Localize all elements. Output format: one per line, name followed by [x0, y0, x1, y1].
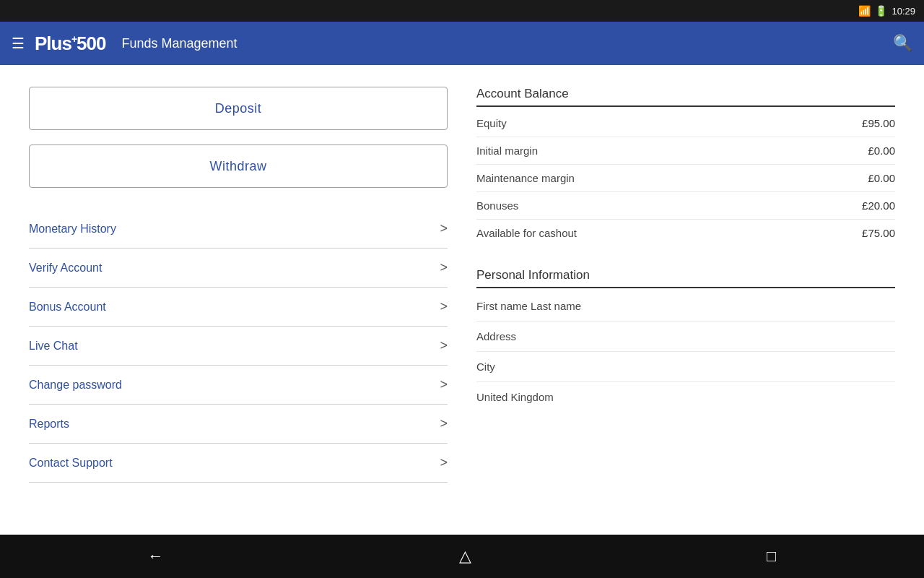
chevron-right-icon: > — [440, 416, 448, 431]
personal-rows: First name Last nameAddressCityUnited Ki… — [476, 291, 895, 412]
status-icons: 📶 🔋 10:29 — [858, 5, 915, 17]
balance-value: £75.00 — [862, 227, 895, 239]
menu-item[interactable]: Live Chat > — [29, 327, 448, 366]
personal-row: Address — [476, 322, 895, 352]
status-bar: 📶 🔋 10:29 — [0, 0, 924, 22]
logo-text: Plus+500 — [35, 33, 106, 55]
menu-item[interactable]: Verify Account > — [29, 249, 448, 288]
balance-row: Initial margin £0.00 — [476, 137, 895, 165]
personal-row: City — [476, 352, 895, 382]
balance-label: Initial margin — [476, 144, 538, 157]
balance-row: Available for cashout £75.00 — [476, 220, 895, 246]
menu-item[interactable]: Reports > — [29, 405, 448, 444]
logo: Plus+500 — [35, 33, 106, 55]
personal-info-title: Personal Information — [476, 268, 895, 288]
personal-row: United Kingdom — [476, 382, 895, 412]
menu-item-label: Verify Account — [29, 262, 102, 275]
balance-label: Bonuses — [476, 199, 518, 212]
menu-item-label: Reports — [29, 418, 69, 431]
page-title: Funds Management — [122, 36, 237, 51]
balance-label: Maintenance margin — [476, 172, 575, 184]
balance-row: Bonuses £20.00 — [476, 192, 895, 220]
chevron-right-icon: > — [440, 221, 448, 236]
back-icon[interactable]: ← — [148, 547, 164, 566]
bottom-bar: ← △ □ — [0, 535, 924, 578]
hamburger-icon[interactable]: ☰ — [12, 35, 25, 52]
balance-row: Maintenance margin £0.00 — [476, 165, 895, 192]
chevron-right-icon: > — [440, 455, 448, 470]
menu-item-label: Bonus Account — [29, 301, 106, 314]
menu-item-label: Monetary History — [29, 223, 116, 236]
chevron-right-icon: > — [440, 377, 448, 392]
personal-row: First name Last name — [476, 291, 895, 322]
balance-rows: Equity £95.00 Initial margin £0.00 Maint… — [476, 110, 895, 246]
account-balance-section: Account Balance Equity £95.00 Initial ma… — [476, 87, 895, 246]
chevron-right-icon: > — [440, 299, 448, 314]
wifi-icon: 📶 — [858, 5, 871, 17]
balance-value: £95.00 — [862, 117, 895, 129]
search-icon[interactable]: 🔍 — [893, 34, 912, 53]
recents-icon[interactable]: □ — [767, 547, 776, 566]
status-time: 10:29 — [892, 6, 915, 17]
left-panel: Deposit Withdraw Monetary History > Veri… — [29, 87, 448, 513]
navbar: ☰ Plus+500 Funds Management 🔍 — [0, 22, 924, 65]
balance-value: £0.00 — [868, 172, 895, 184]
deposit-button[interactable]: Deposit — [29, 87, 448, 130]
balance-label: Equity — [476, 117, 507, 129]
account-balance-title: Account Balance — [476, 87, 895, 107]
balance-value: £0.00 — [868, 144, 895, 157]
chevron-right-icon: > — [440, 260, 448, 275]
balance-label: Available for cashout — [476, 227, 577, 239]
menu-item-label: Live Chat — [29, 340, 78, 353]
menu-item[interactable]: Contact Support > — [29, 444, 448, 483]
menu-item-label: Contact Support — [29, 457, 113, 470]
menu-item[interactable]: Monetary History > — [29, 210, 448, 249]
battery-icon: 🔋 — [875, 5, 887, 17]
navbar-left: ☰ Plus+500 Funds Management — [12, 33, 237, 55]
home-icon[interactable]: △ — [459, 547, 471, 566]
menu-list: Monetary History > Verify Account > Bonu… — [29, 210, 448, 483]
personal-info-section: Personal Information First name Last nam… — [476, 268, 895, 412]
main-content: Deposit Withdraw Monetary History > Veri… — [0, 65, 924, 535]
menu-item[interactable]: Bonus Account > — [29, 288, 448, 327]
menu-item[interactable]: Change password > — [29, 366, 448, 405]
balance-value: £20.00 — [862, 199, 895, 212]
balance-row: Equity £95.00 — [476, 110, 895, 137]
withdraw-button[interactable]: Withdraw — [29, 144, 448, 188]
menu-item-label: Change password — [29, 379, 122, 392]
right-panel: Account Balance Equity £95.00 Initial ma… — [476, 87, 895, 513]
chevron-right-icon: > — [440, 338, 448, 353]
